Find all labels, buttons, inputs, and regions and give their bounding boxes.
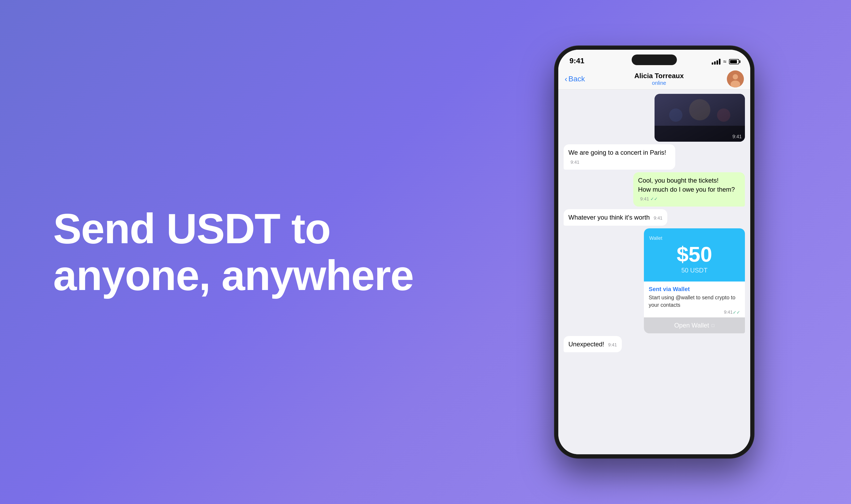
- svg-point-6: [669, 108, 683, 122]
- wallet-currency: 50 USDT: [682, 267, 708, 274]
- contact-status: online: [652, 80, 666, 86]
- phone-screen: 9:41 ≈: [558, 50, 750, 454]
- right-content: 9:41 ≈: [479, 46, 851, 458]
- back-button[interactable]: ‹ Back: [565, 74, 591, 84]
- wallet-sent-via: Sent via Wallet: [649, 286, 740, 293]
- media-content: [654, 94, 745, 142]
- wallet-btn-icon: ◻: [711, 323, 714, 328]
- avatar[interactable]: [727, 70, 744, 88]
- media-time: 9:41: [732, 134, 742, 140]
- svg-point-1: [733, 74, 738, 79]
- headline-line1: Send USDT to: [53, 205, 330, 252]
- avatar-image: [727, 70, 744, 88]
- headline: Send USDT to anyone, anywhere: [53, 205, 413, 299]
- svg-point-5: [689, 99, 710, 121]
- status-time: 9:41: [569, 57, 584, 65]
- back-chevron-icon: ‹: [565, 74, 567, 84]
- wallet-card-label: Wallet: [649, 235, 662, 241]
- battery-icon: [729, 59, 739, 64]
- contact-name: Alicia Torreaux: [634, 72, 684, 80]
- wallet-time: 9:41: [724, 310, 733, 315]
- bubble-time-2: 9:41 ✓✓: [640, 196, 658, 201]
- bubble-outgoing-1: Cool, you bought the tickets!How much do…: [633, 172, 745, 206]
- bubble-time-1: 9:41: [571, 160, 579, 165]
- bubble-text-3: Whatever you think it's worth: [568, 214, 650, 221]
- chat-area: 9:41 We are going to a concert in Paris!…: [558, 90, 750, 454]
- bubble-text-4: Unexpected!: [568, 341, 604, 348]
- bubble-incoming-1: We are going to a concert in Paris! 9:41: [564, 144, 675, 169]
- wifi-icon: ≈: [723, 58, 726, 65]
- signal-icon: [712, 59, 721, 65]
- wallet-message: Wallet $50 50 USDT Sent via Wallet Start…: [644, 228, 745, 334]
- dynamic-island: [632, 54, 677, 65]
- bubble-time-4: 9:41: [608, 342, 617, 347]
- svg-point-7: [717, 108, 730, 122]
- bubble-text-1: We are going to a concert in Paris!: [568, 149, 666, 156]
- wallet-description: Start using @wallet to send crypto to yo…: [649, 294, 740, 309]
- wallet-footer-row: 9:41 ✓✓: [644, 309, 745, 318]
- checkmark-icon: ✓✓: [650, 196, 658, 201]
- left-content: Send USDT to anyone, anywhere: [0, 205, 479, 299]
- wallet-card: Wallet $50 50 USDT: [644, 228, 745, 282]
- svg-rect-4: [654, 126, 745, 142]
- headline-line2: anyone, anywhere: [53, 251, 413, 299]
- bubble-time-3: 9:41: [654, 216, 663, 221]
- open-wallet-button[interactable]: Open Wallet ◻: [644, 318, 745, 334]
- nav-bar: ‹ Back Alicia Torreaux online: [558, 68, 750, 90]
- open-wallet-label: Open Wallet: [674, 322, 709, 329]
- wallet-checkmark-icon: ✓✓: [733, 310, 740, 315]
- phone-frame: 9:41 ≈: [555, 46, 754, 458]
- bubble-incoming-2: Whatever you think it's worth 9:41: [564, 209, 667, 226]
- bubble-text-2: Cool, you bought the tickets!How much do…: [638, 177, 735, 193]
- nav-center: Alicia Torreaux online: [594, 72, 724, 86]
- wallet-amount: $50: [676, 244, 712, 265]
- wallet-body: Sent via Wallet Start using @wallet to s…: [644, 282, 745, 309]
- status-icons: ≈: [712, 58, 739, 65]
- back-label: Back: [568, 75, 585, 83]
- bubble-incoming-3: Unexpected! 9:41: [564, 336, 622, 353]
- media-message: 9:41: [654, 94, 745, 142]
